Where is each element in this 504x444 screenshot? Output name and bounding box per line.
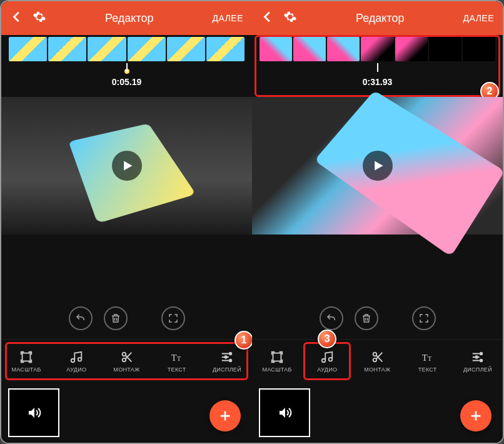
tool-label: ДИСПЛЕЙ bbox=[213, 366, 241, 373]
playhead[interactable] bbox=[252, 63, 503, 72]
thumbnail[interactable] bbox=[9, 37, 47, 61]
volume-tile[interactable] bbox=[9, 389, 59, 436]
play-button[interactable] bbox=[112, 151, 142, 181]
thumbnail[interactable] bbox=[361, 37, 393, 61]
undo-button[interactable] bbox=[69, 306, 93, 330]
back-button[interactable] bbox=[261, 10, 275, 26]
undo-button[interactable] bbox=[320, 306, 343, 330]
tool-scale[interactable]: МАСШТАБ bbox=[1, 340, 51, 383]
edit-actions bbox=[252, 298, 503, 339]
screen-left: Редактор ДАЛЕЕ 0:05.19 bbox=[1, 1, 252, 443]
screen-right: Редактор ДАЛЕЕ 0:31.93 2 bbox=[252, 1, 503, 443]
tool-label: МОНТАЖ bbox=[113, 366, 139, 373]
tool-label: ТЕКСТ bbox=[168, 366, 186, 373]
add-button[interactable] bbox=[209, 400, 241, 431]
tool-montage[interactable]: МОНТАЖ bbox=[352, 340, 402, 383]
svg-marker-0 bbox=[124, 161, 132, 171]
play-button[interactable] bbox=[363, 151, 393, 181]
delete-button[interactable] bbox=[104, 306, 128, 330]
bottom-bar bbox=[252, 383, 503, 443]
thumbnail[interactable] bbox=[260, 37, 292, 61]
svg-point-6 bbox=[229, 352, 232, 355]
tool-audio[interactable]: АУДИО 3 bbox=[302, 340, 352, 383]
tool-scale[interactable]: МАСШТАБ bbox=[252, 340, 302, 383]
svg-text:T: T bbox=[177, 355, 181, 361]
svg-point-17 bbox=[480, 359, 483, 361]
tool-audio[interactable]: АУДИО bbox=[51, 340, 101, 383]
bottom-bar bbox=[1, 383, 252, 443]
tool-text[interactable]: TT ТЕКСТ bbox=[403, 340, 453, 383]
svg-point-8 bbox=[229, 359, 232, 361]
svg-point-2 bbox=[122, 352, 126, 356]
tool-row: МАСШТАБ АУДИО 3 МОНТАЖ TT ТЕКСТ ДИСПЛЕЙ bbox=[252, 339, 503, 383]
video-preview[interactable] bbox=[252, 97, 503, 235]
thumbnail[interactable] bbox=[88, 37, 126, 61]
fullscreen-button[interactable] bbox=[412, 306, 436, 330]
tool-label: АУДИО bbox=[66, 366, 86, 373]
tool-label: МОНТАЖ bbox=[364, 366, 390, 373]
delete-button[interactable] bbox=[355, 306, 378, 330]
edit-actions bbox=[1, 298, 252, 339]
tool-label: МАСШТАБ bbox=[11, 366, 41, 373]
add-button[interactable] bbox=[460, 400, 491, 431]
thumbnail[interactable] bbox=[167, 37, 205, 61]
timecode: 0:31.93 bbox=[252, 77, 503, 87]
tool-label: ТЕКСТ bbox=[418, 366, 437, 373]
thumbnail[interactable] bbox=[128, 37, 166, 61]
svg-text:T: T bbox=[422, 352, 428, 362]
svg-point-16 bbox=[475, 356, 478, 358]
svg-point-15 bbox=[480, 352, 483, 355]
playhead[interactable] bbox=[1, 63, 252, 72]
thumbnail[interactable] bbox=[206, 37, 244, 61]
header-title: Редактор bbox=[55, 12, 204, 25]
thumbnail[interactable] bbox=[463, 37, 495, 61]
svg-rect-1 bbox=[23, 353, 31, 361]
timeline-thumbnails[interactable] bbox=[252, 35, 503, 63]
thumbnail[interactable] bbox=[293, 37, 326, 61]
settings-button[interactable] bbox=[33, 10, 46, 26]
volume-tile[interactable] bbox=[260, 389, 310, 436]
svg-marker-9 bbox=[375, 161, 383, 171]
svg-point-12 bbox=[373, 358, 376, 361]
thumbnail[interactable] bbox=[48, 37, 86, 61]
fullscreen-button[interactable] bbox=[161, 306, 185, 330]
back-button[interactable] bbox=[10, 10, 24, 26]
svg-text:T: T bbox=[171, 352, 177, 362]
next-button[interactable]: ДАЛЕЕ bbox=[213, 13, 244, 23]
app-header: Редактор ДАЛЕЕ bbox=[1, 1, 252, 35]
tool-text[interactable]: TT ТЕКСТ bbox=[152, 340, 202, 383]
header-title: Редактор bbox=[306, 12, 455, 25]
settings-button[interactable] bbox=[283, 10, 297, 26]
tool-display[interactable]: ДИСПЛЕЙ bbox=[453, 340, 503, 383]
tool-label: МАСШТАБ bbox=[262, 366, 291, 373]
thumbnail[interactable] bbox=[429, 37, 461, 61]
tool-montage[interactable]: МОНТАЖ bbox=[101, 340, 151, 383]
tool-row: МАСШТАБ АУДИО МОНТАЖ TT ТЕКСТ ДИСПЛЕЙ 1 bbox=[1, 339, 252, 383]
app-header: Редактор ДАЛЕЕ bbox=[252, 1, 503, 35]
preview-content bbox=[315, 91, 503, 257]
svg-point-3 bbox=[122, 358, 126, 361]
timecode: 0:05.19 bbox=[1, 77, 252, 87]
tool-display[interactable]: ДИСПЛЕЙ bbox=[202, 340, 252, 383]
next-button[interactable]: ДАЛЕЕ bbox=[463, 13, 495, 23]
svg-rect-10 bbox=[273, 353, 281, 361]
thumbnail[interactable] bbox=[395, 37, 428, 61]
thumbnail[interactable] bbox=[327, 37, 360, 61]
svg-text:T: T bbox=[428, 355, 431, 361]
video-preview[interactable] bbox=[1, 97, 252, 235]
svg-point-7 bbox=[224, 356, 227, 358]
tool-label: АУДИО bbox=[317, 366, 337, 373]
tool-label: ДИСПЛЕЙ bbox=[463, 366, 492, 373]
timeline-thumbnails[interactable] bbox=[1, 35, 252, 63]
svg-point-11 bbox=[373, 352, 376, 356]
